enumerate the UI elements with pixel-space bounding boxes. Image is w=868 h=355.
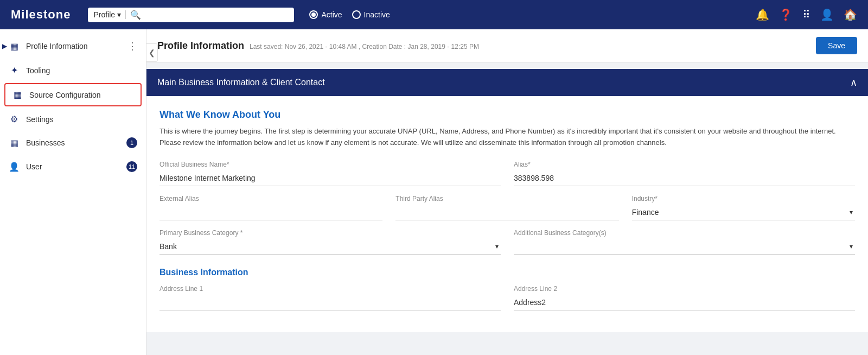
alias-input[interactable] bbox=[514, 170, 855, 186]
sidebar: ▶ ▦ Profile Information ⋮ ✦ Tooling ▦ So… bbox=[0, 29, 146, 355]
form-row-address: Address Line 1 Address Line 2 bbox=[159, 285, 855, 310]
sidebar-item-profile-information[interactable]: ▶ ▦ Profile Information ⋮ bbox=[0, 34, 146, 59]
form-row-categories: Primary Business Category * Bank ▾ Addit… bbox=[159, 229, 855, 255]
top-navigation: Milestone Profile ▾ 🔍 Active Inactive 🔔 … bbox=[0, 0, 868, 29]
alias-group: Alias* bbox=[514, 161, 855, 186]
external-alias-input[interactable] bbox=[159, 205, 382, 220]
home-icon[interactable]: 🏠 bbox=[844, 8, 857, 21]
source-configuration-icon: ▦ bbox=[12, 90, 23, 100]
what-we-know-title: What We Know About You bbox=[159, 109, 855, 121]
page-title: Profile Information bbox=[157, 40, 244, 52]
additional-business-category-group: Additional Business Category(s) ▾ bbox=[514, 229, 855, 255]
apps-icon[interactable]: ⠿ bbox=[802, 8, 810, 21]
form-row-business-name-alias: Official Business Name* Alias* bbox=[159, 161, 855, 186]
address-line1-label: Address Line 1 bbox=[159, 285, 501, 293]
official-business-name-input[interactable] bbox=[159, 170, 501, 186]
active-label: Active bbox=[321, 10, 342, 19]
external-alias-label: External Alias bbox=[159, 195, 382, 202]
expand-arrow-icon: ▶ bbox=[2, 42, 7, 50]
third-party-alias-input[interactable] bbox=[395, 205, 618, 220]
user-badge: 11 bbox=[126, 161, 137, 172]
businesses-badge: 1 bbox=[126, 137, 137, 148]
primary-business-category-label: Primary Business Category * bbox=[159, 229, 501, 237]
primary-business-category-group: Primary Business Category * Bank ▾ bbox=[159, 229, 501, 255]
page-title-group: Profile Information Last saved: Nov 26, … bbox=[157, 40, 479, 52]
primary-category-select-wrapper: Bank ▾ bbox=[159, 239, 501, 255]
status-radio-group: Active Inactive bbox=[309, 10, 390, 19]
alias-label: Alias* bbox=[514, 161, 855, 168]
save-button[interactable]: Save bbox=[816, 37, 857, 54]
chevron-down-icon: ▾ bbox=[117, 10, 121, 19]
third-party-alias-label: Third Party Alias bbox=[395, 195, 618, 202]
inactive-radio-circle bbox=[352, 10, 361, 19]
sidebar-item-settings[interactable]: ⚙ Settings bbox=[0, 107, 146, 131]
inactive-label: Inactive bbox=[364, 10, 390, 19]
more-options-icon[interactable]: ⋮ bbox=[127, 40, 137, 52]
address-line1-group: Address Line 1 bbox=[159, 285, 501, 310]
help-icon[interactable]: ❓ bbox=[779, 8, 793, 21]
section-collapse-icon: ∧ bbox=[850, 77, 857, 88]
sidebar-item-label: Businesses bbox=[26, 138, 65, 147]
address-line2-label: Address Line 2 bbox=[514, 285, 855, 293]
account-icon[interactable]: 👤 bbox=[820, 8, 834, 21]
sidebar-item-label: User bbox=[26, 162, 42, 171]
sidebar-item-label: Source Configuration bbox=[29, 91, 101, 99]
settings-icon: ⚙ bbox=[9, 114, 20, 124]
additional-business-category-label: Additional Business Category(s) bbox=[514, 229, 855, 237]
industry-label: Industry* bbox=[632, 195, 855, 202]
form-row-aliases-industry: External Alias Third Party Alias Industr… bbox=[159, 195, 855, 220]
main-section-header[interactable]: Main Business Information & Client Conta… bbox=[146, 69, 868, 96]
notification-icon[interactable]: 🔔 bbox=[756, 8, 769, 21]
additional-category-select-wrapper: ▾ bbox=[514, 239, 855, 255]
active-radio[interactable]: Active bbox=[309, 10, 342, 19]
search-scope-dropdown[interactable]: Profile ▾ bbox=[93, 10, 126, 19]
search-icon: 🔍 bbox=[130, 10, 141, 20]
third-party-alias-group: Third Party Alias bbox=[395, 195, 618, 220]
page-header: Profile Information Last saved: Nov 26, … bbox=[146, 29, 868, 62]
primary-business-category-select[interactable]: Bank bbox=[159, 239, 501, 254]
sidebar-collapse-button[interactable]: ❮ bbox=[146, 43, 158, 62]
industry-select[interactable]: Finance bbox=[632, 205, 855, 220]
main-content: Profile Information Last saved: Nov 26, … bbox=[146, 29, 868, 355]
address-line1-input[interactable] bbox=[159, 295, 501, 310]
external-alias-group: External Alias bbox=[159, 195, 382, 220]
form-content: What We Know About You This is where the… bbox=[146, 96, 868, 332]
what-we-know-description: This is where the journey begins. The fi… bbox=[159, 126, 855, 149]
sidebar-item-label: Profile Information bbox=[26, 42, 88, 50]
app-logo: Milestone bbox=[11, 8, 71, 22]
sidebar-item-user[interactable]: 👤 User 11 bbox=[0, 155, 146, 179]
user-icon: 👤 bbox=[9, 162, 20, 172]
business-information-title: Business Information bbox=[159, 268, 855, 277]
sidebar-item-businesses[interactable]: ▦ Businesses 1 bbox=[0, 131, 146, 155]
search-input[interactable] bbox=[145, 10, 289, 19]
industry-select-wrapper: Finance ▾ bbox=[632, 205, 855, 220]
address-line2-input[interactable] bbox=[514, 295, 855, 310]
sidebar-item-label: Tooling bbox=[26, 66, 50, 75]
address-line2-group: Address Line 2 bbox=[514, 285, 855, 310]
additional-business-category-select[interactable] bbox=[514, 239, 855, 254]
active-radio-circle bbox=[309, 10, 318, 19]
profile-information-icon: ▦ bbox=[9, 41, 20, 52]
search-bar: Profile ▾ 🔍 bbox=[88, 8, 294, 22]
businesses-icon: ▦ bbox=[9, 138, 20, 148]
page-meta: Last saved: Nov 26, 2021 - 10:48 AM , Cr… bbox=[250, 43, 479, 50]
sidebar-item-label: Settings bbox=[26, 115, 54, 124]
official-business-name-group: Official Business Name* bbox=[159, 161, 501, 186]
official-business-name-label: Official Business Name* bbox=[159, 161, 501, 168]
search-scope-label: Profile bbox=[93, 10, 115, 19]
nav-icons-group: 🔔 ❓ ⠿ 👤 🏠 bbox=[756, 8, 857, 21]
inactive-radio[interactable]: Inactive bbox=[352, 10, 390, 19]
main-section-header-title: Main Business Information & Client Conta… bbox=[157, 78, 325, 87]
tooling-icon: ✦ bbox=[9, 65, 20, 75]
sidebar-item-tooling[interactable]: ✦ Tooling bbox=[0, 59, 146, 82]
industry-group: Industry* Finance ▾ bbox=[632, 195, 855, 220]
sidebar-item-source-configuration[interactable]: ▦ Source Configuration bbox=[4, 83, 142, 106]
